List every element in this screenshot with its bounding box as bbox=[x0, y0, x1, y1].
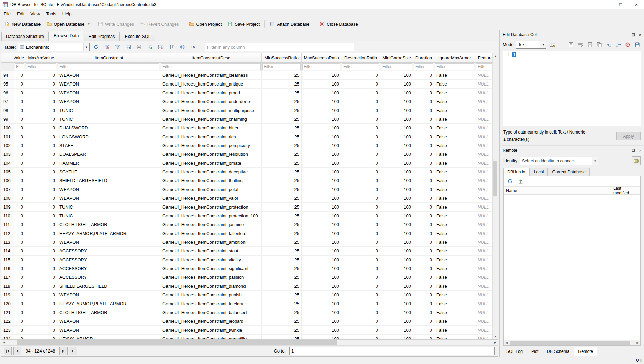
grid-cell[interactable]: 25 bbox=[262, 335, 302, 339]
grid-cell[interactable]: 0 bbox=[341, 264, 380, 273]
cell-editor-content[interactable]: 1 bbox=[512, 51, 517, 126]
grid-cell[interactable]: NULL bbox=[475, 150, 492, 159]
grid-cell[interactable]: False bbox=[434, 141, 475, 150]
grid-cell[interactable]: 0 bbox=[14, 282, 25, 290]
grid-cell[interactable]: 100 bbox=[302, 71, 341, 79]
tab-edit-pragmas[interactable]: Edit Pragmas bbox=[84, 32, 120, 41]
table-row[interactable]: 12200WEAPONGameUI_Heroes_ItemConstraint_… bbox=[1, 317, 492, 326]
grid-cell[interactable]: 0 bbox=[25, 212, 57, 220]
grid-cell[interactable]: 25 bbox=[262, 317, 302, 325]
grid-cell[interactable]: GameUI_Heroes_ItemConstraint_thrilling bbox=[160, 176, 262, 185]
grid-cell[interactable]: 0 bbox=[25, 168, 57, 176]
copy-cell-button[interactable] bbox=[595, 40, 603, 49]
column-header-itemconstraintdesc[interactable]: ItemConstraintDesc bbox=[160, 53, 262, 62]
grid-cell[interactable]: DUALSPEAR bbox=[57, 150, 160, 159]
grid-cell[interactable]: 0 bbox=[341, 176, 380, 185]
column-filter-input-feature[interactable] bbox=[476, 63, 492, 70]
grid-cell[interactable]: 100 bbox=[302, 308, 341, 317]
grid-cell[interactable]: NULL bbox=[475, 229, 492, 238]
grid-cell[interactable]: 0 bbox=[14, 317, 25, 325]
column-header-name[interactable]: Name bbox=[504, 187, 611, 194]
grid-cell[interactable]: NULL bbox=[475, 335, 492, 339]
save-filter-button[interactable] bbox=[113, 43, 122, 52]
grid-cell[interactable]: 100 bbox=[380, 89, 413, 97]
grid-cell[interactable]: 0 bbox=[413, 273, 434, 282]
grid-cell[interactable]: 0 bbox=[14, 247, 25, 255]
grid-cell[interactable]: 0 bbox=[413, 291, 434, 299]
grid-cell[interactable]: 0 bbox=[413, 317, 434, 325]
import-certificate-button[interactable] bbox=[632, 156, 641, 165]
menu-file[interactable]: File bbox=[1, 10, 14, 17]
grid-cell[interactable]: False bbox=[434, 150, 475, 159]
remote-upload-button[interactable] bbox=[516, 177, 525, 186]
grid-cell[interactable]: GameUI_Heroes_ItemConstraint_valor bbox=[160, 194, 262, 202]
scroll-up-icon[interactable]: ▲ bbox=[493, 53, 498, 59]
grid-cell[interactable]: False bbox=[434, 299, 475, 308]
column-header-ignoremaxarmor[interactable]: IgnoreMaxArmor bbox=[434, 53, 475, 62]
grid-cell[interactable]: WEAPON bbox=[57, 317, 160, 325]
column-filter-input-minsuccessratio[interactable] bbox=[262, 63, 301, 70]
save-table-button[interactable] bbox=[124, 43, 133, 52]
grid-cell[interactable]: 100 bbox=[380, 264, 413, 273]
tab-current-database[interactable]: Current Database bbox=[548, 168, 590, 176]
grid-cell[interactable]: 0 bbox=[14, 264, 25, 273]
remote-scroll-thumb[interactable] bbox=[510, 341, 630, 345]
grid-cell[interactable]: 100 bbox=[302, 238, 341, 246]
grid-cell[interactable]: 100 bbox=[302, 80, 341, 88]
table-row[interactable]: 11300WEAPONGameUI_Heroes_ItemConstraint_… bbox=[1, 238, 492, 247]
table-row[interactable]: 10000DUALSWORDGameUI_Heroes_ItemConstrai… bbox=[1, 124, 492, 132]
grid-cell[interactable]: 100 bbox=[302, 212, 341, 220]
grid-cell[interactable]: 100 bbox=[380, 168, 413, 176]
grid-cell[interactable]: 0 bbox=[14, 159, 25, 167]
grid-cell[interactable]: 100 bbox=[302, 159, 341, 167]
open-database-dropdown-arrow[interactable]: ▾ bbox=[87, 22, 91, 26]
grid-cell[interactable]: 0 bbox=[413, 335, 434, 339]
grid-cell[interactable]: 0 bbox=[25, 256, 57, 264]
grid-cell[interactable]: 0 bbox=[413, 89, 434, 97]
tab-execute-sql[interactable]: Execute SQL bbox=[120, 32, 155, 41]
menu-tools[interactable]: Tools bbox=[43, 10, 59, 17]
grid-cell[interactable]: GameUI_Heroes_ItemConstraint_ambition bbox=[160, 238, 262, 246]
grid-cell[interactable]: 0 bbox=[413, 308, 434, 317]
grid-cell[interactable]: 0 bbox=[25, 317, 57, 325]
grid-cell[interactable]: NULL bbox=[475, 71, 492, 79]
table-row[interactable]: 10100LONGSWORDGameUI_Heroes_ItemConstrai… bbox=[1, 132, 492, 141]
grid-cell[interactable]: 25 bbox=[262, 326, 302, 334]
grid-cell[interactable]: 0 bbox=[341, 168, 380, 176]
grid-cell[interactable]: GameUI_Heroes_ItemConstraint_perspicuity bbox=[160, 141, 262, 150]
display-format-button[interactable] bbox=[189, 43, 198, 52]
tab-browse-data[interactable]: Browse Data bbox=[49, 31, 83, 41]
grid-cell[interactable]: 0 bbox=[25, 238, 57, 246]
grid-cell[interactable]: GameUI_Heroes_ItemConstraint_diamond bbox=[160, 282, 262, 290]
grid-cell[interactable]: 0 bbox=[413, 150, 434, 159]
grid-cell[interactable]: 0 bbox=[413, 194, 434, 202]
grid-cell[interactable]: 0 bbox=[14, 115, 25, 123]
grid-cell[interactable]: 25 bbox=[262, 256, 302, 264]
grid-cell[interactable]: TUNIC bbox=[57, 212, 160, 220]
grid-cell[interactable]: 100 bbox=[380, 273, 413, 282]
grid-cell[interactable]: WEAPON bbox=[57, 71, 160, 79]
goto-input[interactable] bbox=[289, 347, 495, 355]
grid-cell[interactable]: 0 bbox=[413, 326, 434, 334]
grid-cell[interactable]: 0 bbox=[413, 282, 434, 290]
grid-cell[interactable]: 0 bbox=[341, 238, 380, 246]
cell-editor[interactable]: 1 1 bbox=[503, 51, 641, 126]
column-filter-input-destructionratio[interactable] bbox=[342, 63, 379, 70]
grid-cell[interactable]: WEAPON bbox=[57, 97, 160, 106]
grid-cell[interactable]: 100 bbox=[380, 115, 413, 123]
grid-cell[interactable]: GameUI_Heroes_ItemConstraint_fallenleaf bbox=[160, 229, 262, 238]
grid-cell[interactable]: GameUI_Heroes_ItemConstraint_vitality bbox=[160, 256, 262, 264]
grid-cell[interactable]: NULL bbox=[475, 212, 492, 220]
grid-cell[interactable]: 25 bbox=[262, 176, 302, 185]
table-row[interactable]: 10700WEAPONGameUI_Heroes_ItemConstraint_… bbox=[1, 185, 492, 194]
maximize-button[interactable]: □ bbox=[613, 0, 628, 9]
import-cell-button[interactable] bbox=[604, 40, 613, 49]
minimize-button[interactable]: – bbox=[597, 0, 613, 9]
grid-cell[interactable]: 0 bbox=[25, 282, 57, 290]
column-header-maxargvalue[interactable]: MaxArgValue bbox=[25, 53, 57, 62]
grid-cell[interactable]: False bbox=[434, 317, 475, 325]
grid-cell[interactable]: 25 bbox=[262, 291, 302, 299]
grid-cell[interactable]: 0 bbox=[341, 212, 380, 220]
grid-cell[interactable]: 25 bbox=[262, 106, 302, 115]
grid-cell[interactable]: 0 bbox=[341, 194, 380, 202]
